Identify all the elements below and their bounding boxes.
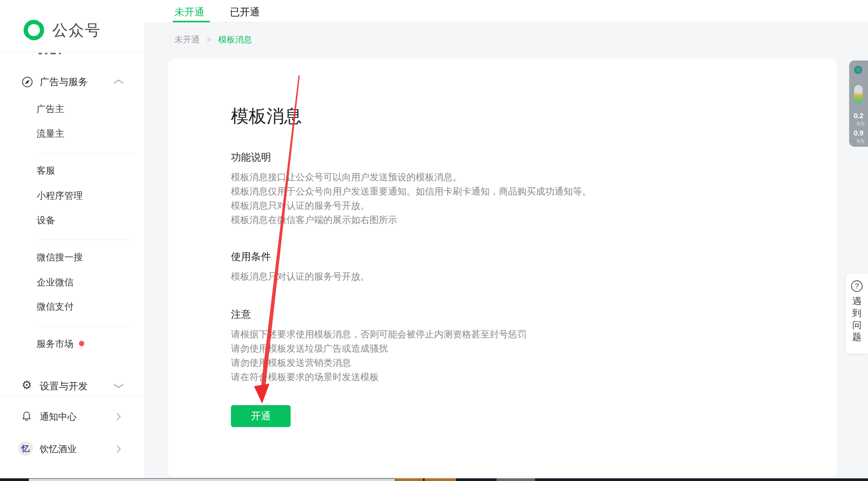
content-card: 模板消息 功能说明 模板消息接口让公众号可以向用户发送预设的模板消息。 模板消息… [168,59,837,477]
download-arrow-icon: ↓ [853,138,855,144]
scrollbar-thumb[interactable] [29,479,395,481]
sidebar-item-devices[interactable]: 设备 [37,214,55,226]
question-mark-icon: ? [851,280,863,292]
help-label-char: 问 [852,319,861,331]
chevron-right-icon [116,412,121,423]
text-line: 请在符合模板要求的场景时发送模板 [231,370,527,384]
text-line: 模板消息仅用于公众号向用户发送重要通知。如信用卡刷卡通知，商品购买成功通知等。 [231,184,591,198]
sidebar-divider [0,396,144,396]
speed-gauge-icon [854,85,863,104]
notification-dot [79,341,84,346]
section-notice-text: 请根据下述要求使用模板消息，否则可能会被停止内测资格甚至封号惩罚 请勿使用模板发… [231,327,527,384]
sidebar-item-notification-center[interactable]: 通知中心 [0,407,144,427]
sidebar-group-label: 设置与开发 [40,380,88,392]
breadcrumb-current: 模板消息 [218,34,252,45]
text-line: 请根据下述要求使用模板消息，否则可能会被停止内测资格甚至封号惩罚 [231,327,527,341]
section-heading-notice: 注意 [231,308,251,321]
brand-name: 公众号 [52,20,101,41]
download-unit-label: K/s [857,138,865,144]
activate-button[interactable]: 开通 [231,405,291,427]
section-feature-description-text: 模板消息接口让公众号可以向用户发送预设的模板消息。 模板消息仅用于公众号向用户发… [231,170,591,227]
upload-speed-value: 0.2 [849,112,868,120]
account-avatar: 忆 [18,441,33,456]
section-heading-feature-description: 功能说明 [231,151,271,164]
sidebar-item-advertiser[interactable]: 广告主 [37,103,64,115]
help-feedback-button[interactable]: ? 遇 到 问 题 [846,273,868,354]
sidebar-divider [0,51,143,52]
sidebar-group-settings-development[interactable]: ⚙ 设置与开发 [0,377,144,396]
text-line: 模板消息在微信客户端的展示如右图所示 [231,213,591,227]
sidebar-item-account[interactable]: 忆 饮忆酒业 [0,441,144,461]
section-usage-conditions-text: 模板消息只对认证的服务号开放。 [231,269,370,283]
help-label-char: 到 [852,307,861,319]
sidebar-divider [36,153,133,153]
active-tab-underline [173,21,210,22]
sidebar-item-service-market[interactable]: 服务市场 [37,338,74,350]
text-line: 请勿使用模板发送垃圾广告或造成骚扰 [231,341,527,355]
sidebar-item-label: 服务市场 [37,339,74,349]
bottom-scrollbar-track[interactable] [0,478,868,481]
network-speed-widget[interactable]: 0.2 ↑ K/s 0.9 ↓ K/s [849,60,868,147]
page-title: 模板消息 [231,104,302,128]
sidebar-item-wecom[interactable]: 企业微信 [37,276,74,288]
tab-not-activated[interactable]: 未开通 [174,5,204,19]
sidebar-divider [36,240,133,240]
header-divider [168,22,868,22]
widget-divider [851,80,866,81]
upload-unit-label: K/s [857,121,865,127]
chevron-down-icon [113,383,124,390]
download-speed-value: 0.9 [849,129,868,137]
sidebar-item-miniprogram-management[interactable]: 小程序管理 [37,189,83,202]
gear-icon: ⚙ [22,379,32,391]
taskbar-segment [395,478,423,481]
text-line: 模板消息只对认证的服务号开放。 [231,198,591,213]
breadcrumb-parent[interactable]: 未开通 [174,34,200,45]
breadcrumb: 未开通 > 模板消息 [174,34,252,45]
chevron-up-icon [113,79,124,86]
section-heading-usage-conditions: 使用条件 [231,250,271,263]
download-speed-unit: ↓ K/s [849,138,868,144]
sidebar-group-label: 广告与服务 [40,75,88,88]
sidebar: 公众号 广告与服务 广告主 流量主 客服 小程序管理 设备 微信搜一搜 企业微信… [0,0,144,478]
upload-arrow-icon: ↑ [853,121,855,127]
wechat-official-accounts-icon [22,18,46,42]
text-line: 请勿使用模板发送营销类消息 [231,355,527,370]
breadcrumb-separator-icon: > [207,35,211,44]
sidebar-item-wechat-pay[interactable]: 微信支付 [37,300,74,313]
text-line: 模板消息接口让公众号可以向用户发送预设的模板消息。 [231,170,591,184]
chevron-right-icon [116,444,121,456]
account-name: 饮忆酒业 [40,443,77,455]
compass-icon [22,76,33,89]
bell-icon [21,411,32,424]
taskbar-segment [497,478,535,481]
upload-speed-unit: ↑ K/s [849,121,868,127]
brand-logo[interactable]: 公众号 [22,18,101,42]
help-label-char: 题 [852,331,861,343]
status-dot-icon [854,66,862,74]
sidebar-item-traffic-owner[interactable]: 流量主 [37,127,64,140]
text-line: 模板消息只对认证的服务号开放。 [231,269,370,283]
sidebar-item-customer-service[interactable]: 客服 [37,164,55,177]
sidebar-group-ads-services[interactable]: 广告与服务 [0,72,144,92]
taskbar-segment [425,478,456,481]
sidebar-item-label: 通知中心 [40,411,77,423]
tab-activated[interactable]: 已开通 [230,5,260,19]
scrolled-menu-item-clipped [38,53,61,54]
sidebar-item-wechat-search[interactable]: 微信搜一搜 [37,251,83,263]
sidebar-divider [36,326,133,326]
help-label-char: 遇 [852,295,861,307]
avatar-glyph: 忆 [22,443,30,454]
